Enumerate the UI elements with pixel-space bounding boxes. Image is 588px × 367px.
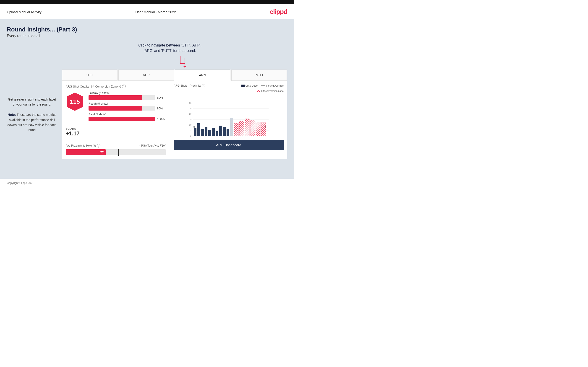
tab-arg[interactable]: ARG — [175, 69, 230, 81]
proximity-section: Avg Proximity to Hole (ft) ? ↑ PGA Tour … — [66, 141, 166, 155]
chart-bar-2 — [197, 123, 200, 136]
manual-date: User Manual - March 2022 — [135, 10, 176, 14]
chart-bar-9 — [223, 127, 226, 136]
help-icon[interactable]: ? — [122, 84, 126, 88]
svg-text:0: 0 — [190, 135, 191, 137]
legend-roundavg: Round Average — [261, 84, 284, 87]
proximity-bar-fill: 77' — [66, 149, 106, 155]
left-note: Get greater insight into each facet of y… — [7, 97, 57, 133]
bar-pct-fairway: 80% — [157, 96, 166, 99]
proximity-header: Avg Proximity to Hole (ft) ? ↑ PGA Tour … — [66, 144, 166, 148]
page-title: Round Insights... (Part 3) — [7, 26, 287, 33]
sg-section: SG ARG +1.17 — [66, 127, 166, 137]
section-header: ARG Shot Quality 6ft Conversion Zone % ? — [66, 84, 166, 88]
bar-track-fairway — [88, 95, 155, 100]
chart-legend: Up & Down Round Average — [242, 84, 284, 87]
score-row: 115 Fairway (5 shots) — [66, 92, 166, 124]
top-bar — [0, 0, 294, 4]
chart-title: ARG Shots - Proximity (ft) — [174, 84, 205, 87]
bar-track-rough — [88, 106, 155, 110]
legend-roundavg-label: Round Average — [266, 84, 284, 87]
legend-box-updown — [242, 84, 245, 87]
proximity-bar-track: 77' — [66, 149, 166, 155]
left-panel: Get greater insight into each facet of y… — [7, 69, 57, 133]
proximity-value: 77' — [100, 151, 104, 154]
svg-text:25: 25 — [189, 107, 191, 110]
card-left: ARG Shot Quality 6ft Conversion Zone % ? — [62, 81, 170, 159]
hexagon-container: 115 — [66, 92, 84, 112]
tab-putt[interactable]: PUTT — [231, 69, 287, 81]
hex-score-container: 115 — [66, 92, 84, 112]
chart-bar-h5 — [256, 122, 260, 136]
ref-value: 8 — [267, 126, 268, 128]
svg-text:30: 30 — [189, 102, 191, 104]
proximity-cursor — [118, 149, 119, 156]
chart-svg: 0 5 10 15 20 25 30 — [174, 94, 284, 137]
chart-bar-7 — [216, 131, 218, 136]
arg-dashboard-button[interactable]: ARG Dashboard — [174, 140, 284, 150]
chart-bar-8 — [219, 125, 222, 136]
chart-bar-1 — [194, 128, 197, 136]
sg-value: +1.17 — [66, 130, 166, 137]
logo: clippd — [270, 8, 287, 16]
pga-avg: ↑ PGA Tour Avg: 7'10" — [139, 144, 166, 147]
tabs-container: OTT APP ARG PUTT — [62, 69, 287, 81]
bar-track-sand — [88, 117, 155, 121]
chart-bar-h3 — [245, 119, 249, 136]
sg-label: SG ARG — [66, 127, 166, 130]
reference-diamond — [193, 126, 196, 128]
bar-row-sand: Sand (1 shots) 100% — [88, 113, 166, 121]
svg-text:20: 20 — [189, 113, 191, 115]
footer: Copyright Clippd 2021 — [0, 179, 294, 187]
svg-marker-3 — [183, 66, 187, 68]
chart-bar-h1 — [234, 123, 238, 136]
card-right: ARG Shots - Proximity (ft) Up & Down Rou… — [170, 81, 287, 159]
chart-bar-h2 — [239, 121, 244, 136]
svg-text:10: 10 — [189, 124, 191, 126]
bar-row-fairway: Fairway (5 shots) 80% — [88, 92, 166, 100]
chart-bar-5 — [208, 130, 211, 136]
page-subtitle: Every round in detail — [7, 34, 287, 38]
left-note-text: Get greater insight into each facet of y… — [8, 98, 56, 106]
content-row: Get greater insight into each facet of y… — [7, 69, 287, 159]
chart-bar-10 — [227, 129, 229, 136]
bar-fill-sand — [88, 117, 155, 121]
chart-bar-4 — [205, 127, 208, 136]
proximity-help-icon[interactable]: ? — [97, 144, 100, 148]
bar-pct-sand: 100% — [157, 117, 166, 121]
upload-label[interactable]: Upload Manual Activity — [7, 10, 42, 14]
bar-label-rough: Rough (5 shots) — [88, 102, 166, 105]
chart-bar-3 — [201, 129, 204, 136]
legend-updown: Up & Down — [242, 84, 258, 87]
bar-row-rough: Rough (5 shots) 80% — [88, 102, 166, 110]
quality-title: ARG Shot Quality — [66, 85, 89, 88]
bar-fill-fairway — [88, 95, 142, 100]
conversion-subtitle: 6ft Conversion Zone % ? — [91, 84, 126, 88]
proximity-label: Avg Proximity to Hole (ft) ? — [66, 144, 100, 148]
chart-bar-tall — [230, 118, 233, 136]
tab-ott[interactable]: OTT — [62, 69, 118, 81]
hex-score-value: 115 — [70, 98, 80, 105]
bar-label-fairway: Fairway (5 shots) — [88, 92, 166, 95]
card-body: ARG Shot Quality 6ft Conversion Zone % ? — [62, 81, 287, 159]
legend-updown-label: Up & Down — [245, 84, 258, 87]
main-content: Round Insights... (Part 3) Every round i… — [0, 19, 294, 179]
svg-text:5: 5 — [190, 129, 191, 132]
legend-conversion-label: 6 ft conversion zone — [261, 90, 284, 92]
chart-header: ARG Shots - Proximity (ft) Up & Down Rou… — [174, 84, 284, 87]
left-note-emphasis: Note: — [8, 113, 16, 117]
chart-bar-h4 — [250, 120, 255, 136]
bars-section: Fairway (5 shots) 80% — [88, 92, 166, 124]
legend-hatched-icon — [257, 90, 260, 92]
chart-bar-h6 — [261, 123, 266, 136]
legend-dashed-icon — [261, 85, 265, 86]
arrow-icon — [178, 54, 189, 68]
nav-instruction: Click to navigate between 'OTT', 'APP', … — [138, 43, 201, 54]
bar-pct-rough: 80% — [157, 107, 166, 110]
bar-fill-rough — [88, 106, 142, 110]
chart-area: 0 5 10 15 20 25 30 — [174, 94, 284, 137]
tab-app[interactable]: APP — [118, 69, 174, 81]
header: Upload Manual Activity User Manual - Mar… — [0, 4, 294, 19]
svg-text:15: 15 — [189, 118, 191, 121]
legend-conversion: 6 ft conversion zone — [257, 90, 284, 92]
